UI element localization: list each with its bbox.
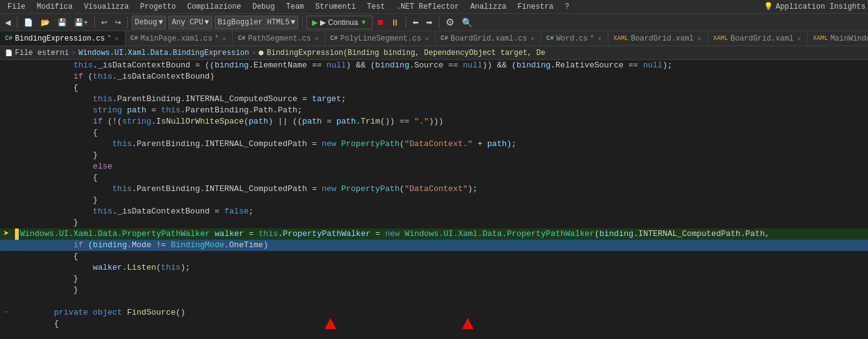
line-code-11: { <box>12 172 868 184</box>
tab-label-8: MainWindow.xaml <box>831 34 868 43</box>
config-dropdown[interactable]: Debug ▼ <box>132 16 166 29</box>
platform-label: Any CPU <box>172 18 203 27</box>
tab-xaml-icon-7: XAML <box>713 35 728 42</box>
nav-back-btn[interactable]: ⬅ <box>410 17 421 28</box>
menu-bar: File Modifica Visualizza Progetto Compil… <box>0 0 868 14</box>
tab-polylinesegment[interactable]: C# PolyLineSegment.cs ✕ <box>325 31 436 46</box>
menu-help[interactable]: ? <box>560 1 574 12</box>
config-label: Debug <box>135 18 157 27</box>
code-line-23: − private object FindSource() <box>0 307 868 318</box>
nav-forward-btn[interactable]: ➡ <box>424 17 435 28</box>
tab-boardgrid-cs[interactable]: C# BoardGrid.xaml.cs ✕ <box>436 31 541 46</box>
menu-debug[interactable]: Debug <box>247 1 280 12</box>
play-button[interactable]: ▶ ▶ Continua ▼ <box>306 16 372 29</box>
line-code-10: else <box>12 161 868 172</box>
line-code-14: this._isDataContextBound = false; <box>12 206 868 217</box>
line-code-3: { <box>12 82 868 94</box>
tab-binding-expression[interactable]: C# BindingExpression.cs * ✕ <box>0 31 125 46</box>
code-line-11: { <box>0 172 868 184</box>
breadcrumb: 📄 File esterni › Windows.UI.Xaml.Data.Bi… <box>0 46 868 60</box>
menu-compilazione[interactable]: Compilazione <box>182 1 246 12</box>
menu-analizza[interactable]: Analizza <box>466 1 512 12</box>
tab-close-4[interactable]: ✕ <box>529 34 535 43</box>
tab-label-2: PathSegment.cs <box>248 34 311 43</box>
line-code-19: walker.Listen(this); <box>12 262 868 273</box>
line-code-20: } <box>12 273 868 285</box>
tab-label-7: BoardGrid.xaml <box>731 34 794 43</box>
line-code-6: if (!(string.IsNullOrWhiteSpace(path) ||… <box>12 116 868 127</box>
tab-close-0[interactable]: ✕ <box>114 34 120 43</box>
namespace-breadcrumb[interactable]: Windows.UI.Xaml.Data.BindingExpression <box>79 49 250 57</box>
tab-close-2[interactable]: ✕ <box>313 34 319 43</box>
line-code-15: } <box>12 217 868 228</box>
tab-boardgrid-xaml[interactable]: XAML BoardGrid.xaml ✕ <box>608 31 708 46</box>
menu-finestra[interactable]: Finestra <box>512 1 558 12</box>
tab-cs-icon-4: C# <box>441 35 448 42</box>
code-line-12: this.ParentBinding.INTERNAL_ComputedPath… <box>0 184 868 195</box>
undo-btn[interactable]: ↩ <box>99 17 110 28</box>
application-insights-label[interactable]: Application Insights <box>776 2 866 11</box>
line-code-13: } <box>12 195 868 206</box>
menu-strumenti[interactable]: Strumenti <box>310 1 361 12</box>
line-code-8: this.ParentBinding.INTERNAL_ComputedPath… <box>12 139 868 150</box>
collapse-icon-23[interactable]: − <box>4 307 8 318</box>
method-breadcrumb[interactable]: BindingExpression(Binding binding, Depen… <box>266 49 545 57</box>
line-code-4: this.ParentBinding.INTERNAL_ComputedSour… <box>12 94 868 105</box>
back-btn[interactable]: ◀ <box>2 17 13 28</box>
sep2 <box>94 17 95 28</box>
tab-cs-icon-0: C# <box>5 35 12 42</box>
tab-close-6[interactable]: ✕ <box>696 34 703 43</box>
pause-btn[interactable]: ⏸ <box>388 16 402 29</box>
menu-file[interactable]: File <box>2 1 31 12</box>
open-btn[interactable]: 📂 <box>38 17 52 28</box>
line-code-21: } <box>12 285 868 296</box>
code-editor[interactable]: this._isDataContextBound = ((binding.Ele… <box>0 60 868 339</box>
tab-close-3[interactable]: ✕ <box>424 34 430 43</box>
menu-modifica[interactable]: Modifica <box>32 1 78 12</box>
new-file-btn[interactable]: 📄 <box>21 17 36 28</box>
menu-net-reflector[interactable]: .NET Reflector <box>391 1 464 12</box>
code-line-21: } <box>0 285 868 296</box>
tab-label-5: Word.cs <box>556 34 587 43</box>
line-code-18: { <box>12 251 868 262</box>
tab-close-5[interactable]: ✕ <box>597 34 603 43</box>
project-dropdown[interactable]: BigBoggler HTML5 ▼ <box>215 16 298 29</box>
tab-close-1[interactable]: ✕ <box>221 34 227 43</box>
line-indicator-23: − <box>0 307 12 318</box>
toolbar: ◀ 📄 📂 💾 💾+ ↩ ↪ Debug ▼ Any CPU ▼ BigBogg… <box>0 14 868 31</box>
menu-visualizza[interactable]: Visualizza <box>79 1 134 12</box>
sep1 <box>17 17 17 28</box>
code-line-18: { <box>0 251 868 262</box>
sep6 <box>439 17 439 28</box>
line-code-22 <box>12 296 868 307</box>
code-line-3: { <box>0 82 868 94</box>
menu-progetto[interactable]: Progetto <box>135 1 181 12</box>
platform-dropdown[interactable]: Any CPU ▼ <box>168 16 212 29</box>
menu-test[interactable]: Test <box>362 1 390 12</box>
tab-label-4: BoardGrid.xaml.cs <box>451 34 527 43</box>
tab-mainwindow-xaml[interactable]: XAML MainWindow.xaml ✕ <box>808 31 868 46</box>
menu-team[interactable]: Team <box>281 1 309 12</box>
tab-mainpage[interactable]: C# MainPage.xaml.cs * ✕ <box>125 31 233 46</box>
line-code-1: this._isDataContextBound = ((binding.Ele… <box>12 60 868 71</box>
toolbar-more-btn[interactable]: ⚙ <box>443 15 457 29</box>
project-label: BigBoggler HTML5 <box>218 18 290 27</box>
external-files-label: File esterni <box>15 49 69 57</box>
code-line-14: this._isDataContextBound = false; <box>0 206 868 217</box>
tab-close-7[interactable]: ✕ <box>796 34 802 43</box>
toolbar-search-btn[interactable]: 🔍 <box>459 16 475 29</box>
tab-boardgrid-xaml2[interactable]: XAML BoardGrid.xaml ✕ <box>708 31 808 46</box>
code-line-6: if (!(string.IsNullOrWhiteSpace(path) ||… <box>0 116 868 127</box>
tab-word[interactable]: C# Word.cs * ✕ <box>541 31 608 46</box>
stop-btn[interactable]: ■ <box>375 16 386 29</box>
tab-xaml-icon-6: XAML <box>613 35 628 42</box>
sep4 <box>302 17 303 28</box>
tab-pathsegment[interactable]: C# PathSegment.cs ✕ <box>233 31 325 46</box>
save-btn[interactable]: 💾 <box>55 17 69 28</box>
tab-cs-icon-1: C# <box>130 35 138 42</box>
redo-btn[interactable]: ↪ <box>112 17 124 28</box>
save-all-btn[interactable]: 💾+ <box>72 17 90 28</box>
code-line-5: string path = this.ParentBinding.Path.Pa… <box>0 105 868 116</box>
breadcrumb-sep1: › <box>71 49 76 57</box>
line-code-24: { <box>12 318 868 330</box>
